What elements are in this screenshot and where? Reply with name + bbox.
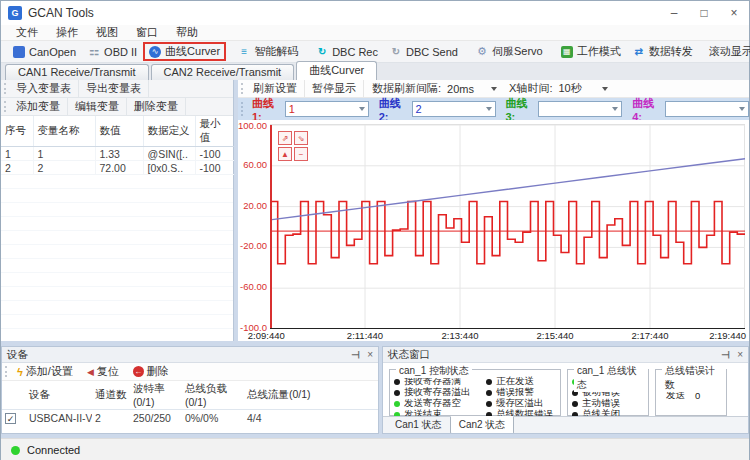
status-dot-icon <box>486 401 492 407</box>
maximize-button[interactable]: □ <box>689 1 719 25</box>
status-dot-icon <box>572 401 578 407</box>
curve1-select[interactable]: 1 <box>285 101 369 117</box>
curve3-select[interactable] <box>538 101 622 117</box>
cell-baud: 250/250 <box>130 410 182 426</box>
canopen-button[interactable]: CanOpen <box>7 45 82 59</box>
servo-icon: ⚙ <box>476 46 488 58</box>
obd2-button[interactable]: ⚏ OBD II <box>82 45 143 59</box>
tab-curve[interactable]: 曲线Curver <box>296 61 377 81</box>
x-tick-label: 2:13:440 <box>442 330 479 341</box>
curve2-select[interactable]: 2 <box>412 101 496 117</box>
tab-can2-status[interactable]: Can2 状态 <box>450 416 515 434</box>
menu-operate[interactable]: 操作 <box>47 25 87 40</box>
y-tick-label: -20.00 <box>238 240 267 251</box>
close-button[interactable]: × <box>719 1 749 25</box>
table-row[interactable]: 2 2 72.00 [0x0.S.. -100 <box>1 161 234 175</box>
refresh-settings-button[interactable]: 刷新设置 <box>246 80 305 97</box>
col-header-value[interactable]: 数值 <box>95 116 143 147</box>
work-mode-button[interactable]: ▦ 工作模式 <box>555 43 627 60</box>
curve-toolbar: 刷新设置 暂停显示 数据刷新间隔: 20ms X轴时间: 10秒 <box>238 80 749 98</box>
bus-status-title: can_1 总线状态 <box>574 364 648 392</box>
plot-area <box>270 124 745 328</box>
dbc-rec-button[interactable]: ↻ DBC Rec <box>310 45 384 59</box>
chart-zoom-button[interactable]: ⇘ <box>294 131 308 145</box>
dbc-send-button[interactable]: ↻ DBC Send <box>384 45 464 59</box>
refresh-interval-select[interactable]: 20ms <box>443 83 501 95</box>
window-title: GCAN Tools <box>28 6 94 20</box>
plot-svg <box>270 125 745 329</box>
close-icon[interactable]: × <box>737 349 743 360</box>
device-checkbox[interactable]: ✓ <box>5 413 16 424</box>
col-header-channels[interactable]: 通道数 <box>92 381 130 410</box>
edit-variable-button[interactable]: 编辑变量 <box>68 98 127 115</box>
add-device-button[interactable]: ϟ 添加/设置 <box>10 363 80 380</box>
variable-panel: 导入变量表 导出变量表 添加变量 编辑变量 删除变量 序号 变量名称 数值 数据… <box>1 80 234 341</box>
chart-zoom-button[interactable]: − <box>294 147 308 161</box>
delete-variable-button[interactable]: 删除变量 <box>127 98 186 115</box>
work-mode-icon: ▦ <box>561 46 573 58</box>
cell-min: -100 <box>195 161 234 175</box>
import-variables-button[interactable]: 导入变量表 <box>9 80 79 97</box>
title-bar: G GCAN Tools – □ × <box>1 1 749 25</box>
close-icon[interactable]: × <box>367 349 373 360</box>
cell-value: 72.00 <box>95 161 143 175</box>
menu-bar: 文件 操作 视图 窗口 帮助 <box>1 25 749 41</box>
reset-device-button[interactable]: ◀ 复位 <box>80 363 126 380</box>
pause-display-button[interactable]: 暂停显示 <box>305 80 364 97</box>
delete-device-button[interactable]: ← 删除 <box>126 363 176 380</box>
curve3-label: 曲线3: <box>506 96 535 123</box>
cell-value: 1.33 <box>95 147 143 161</box>
device-panel-titlebar: 设备 ⊤ × <box>2 347 378 363</box>
status-dot-icon <box>486 379 492 385</box>
control-status-title: can_1 控制状态 <box>396 364 472 378</box>
menu-view[interactable]: 视图 <box>87 25 127 40</box>
col-header-load[interactable]: 总线负载(0/1) <box>182 381 244 410</box>
smart-decode-button[interactable]: ≡ 智能解码 <box>232 43 304 60</box>
pin-icon[interactable]: ⊤ <box>720 350 731 359</box>
col-header-flow[interactable]: 总线流量(0/1) <box>244 381 378 410</box>
col-header-no[interactable]: 序号 <box>1 116 33 147</box>
chart-zoom-button[interactable]: ▲ <box>278 147 292 161</box>
minimize-button[interactable]: – <box>659 1 689 25</box>
variable-table-empty-area <box>1 175 233 341</box>
variable-edit-toolbar: 添加变量 编辑变量 删除变量 <box>1 98 233 116</box>
status-item: 总线关闭 <box>572 409 644 416</box>
menu-help[interactable]: 帮助 <box>167 25 207 40</box>
tab-can1-status[interactable]: Can1 状态 <box>387 417 450 433</box>
col-header-definition[interactable]: 数据定义 <box>143 116 195 147</box>
y-tick-label: -60.00 <box>238 281 267 292</box>
device-table: 设备 通道数 波特率(0/1) 总线负载(0/1) 总线流量(0/1) ✓ US… <box>2 381 378 426</box>
curve-button[interactable]: ∿ 曲线Curver <box>143 42 226 61</box>
curve2-label: 曲线2: <box>379 96 408 123</box>
obd2-label: OBD II <box>104 46 137 58</box>
col-header-device[interactable]: 设备 <box>26 381 92 410</box>
menu-file[interactable]: 文件 <box>7 25 47 40</box>
cell-min: -100 <box>195 147 234 161</box>
tab-can1[interactable]: CAN1 Receive/Transmit <box>5 64 149 80</box>
cell-load: 0%/0% <box>182 410 244 426</box>
table-row[interactable]: 1 1 1.33 @SIN([.. -100 <box>1 147 234 161</box>
tab-can2[interactable]: CAN2 Receive/Transmit <box>151 64 295 80</box>
export-variables-button[interactable]: 导出变量表 <box>79 80 149 97</box>
chart-zoom-button[interactable]: ⇗ <box>278 131 292 145</box>
pin-icon[interactable]: ⊤ <box>350 350 361 359</box>
col-header-baud[interactable]: 波特率(0/1) <box>130 381 182 410</box>
servo-button[interactable]: ⚙ 伺服Servo <box>470 43 549 60</box>
dbc-rec-icon: ↻ <box>316 46 328 58</box>
app-window: G GCAN Tools – □ × 文件 操作 视图 窗口 帮助 CanOpe… <box>0 0 750 460</box>
y-tick-label: 20.00 <box>238 200 267 211</box>
menu-window[interactable]: 窗口 <box>127 25 167 40</box>
col-header-min[interactable]: 最小值 <box>195 116 234 147</box>
x-axis-time-select[interactable]: 10秒 <box>554 81 612 96</box>
add-variable-button[interactable]: 添加变量 <box>9 98 68 115</box>
curve4-select[interactable] <box>665 101 749 117</box>
col-header-name[interactable]: 变量名称 <box>33 116 95 147</box>
reset-device-label: 复位 <box>97 364 119 379</box>
data-forward-button[interactable]: ⇄ 数据转发 <box>627 43 699 60</box>
error-counter-group: 总线错误计数 接收0 发送0 <box>655 369 727 416</box>
device-row[interactable]: ✓ USBCAN-II-V5 2 250/250 0%/0% 4/4 <box>2 410 378 426</box>
status-bar: Connected <box>1 438 749 460</box>
y-tick-label: 100.00 <box>238 120 267 131</box>
status-item: 总线数据错误 <box>486 409 553 416</box>
status-dot-icon <box>394 379 400 385</box>
